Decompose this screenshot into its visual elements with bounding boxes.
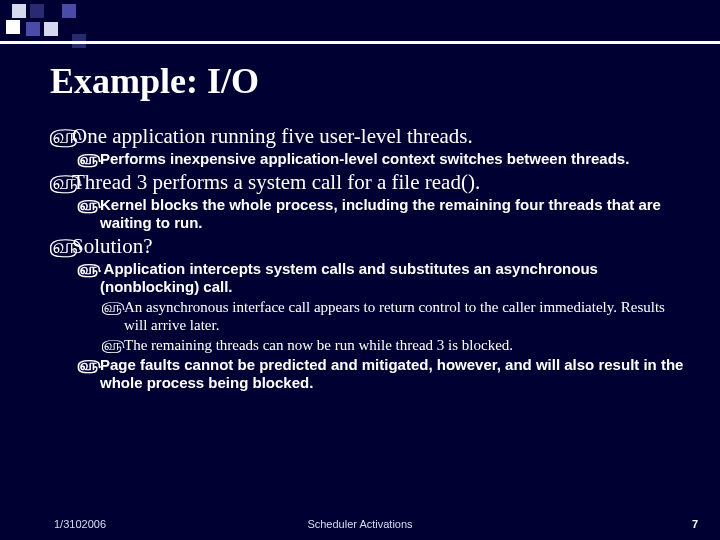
bullet-glyph: ௵ [102,336,124,354]
bullet-l2: ௵ Application intercepts system calls an… [50,260,690,296]
bullet-text: One application running five user-level … [72,124,473,148]
bullet-text: Thread 3 performs a system call for a fi… [72,170,480,194]
bullet-l1: ௵Solution? [50,234,690,258]
bullet-l2: ௵Kernel blocks the whole process, includ… [50,196,690,232]
bullet-text: Kernel blocks the whole process, includi… [100,196,661,231]
bullet-glyph: ௵ [78,150,100,168]
bullet-glyph: ௵ [78,196,100,214]
bullet-glyph: ௵ [78,260,100,278]
footer-page-number: 7 [692,518,698,530]
bullet-l3: ௵An asynchronous interface call appears … [50,298,690,334]
bullet-l2: ௵Performs inexpensive application-level … [50,150,690,168]
bullet-l2: ௵Page faults cannot be predicted and mit… [50,356,690,392]
slide-body: Example: I/O ௵One application running fi… [50,60,690,500]
bullet-text: Performs inexpensive application-level c… [100,150,629,167]
header-rule [0,41,720,44]
slide-title: Example: I/O [50,60,690,102]
bullet-glyph: ௵ [50,170,72,194]
bullet-glyph: ௵ [78,356,100,374]
bullet-text: Page faults cannot be predicted and miti… [100,356,683,391]
bullet-l3: ௵The remaining threads can now be run wh… [50,336,690,354]
bullet-glyph: ௵ [50,124,72,148]
bullet-l1: ௵One application running five user-level… [50,124,690,148]
bullet-text: Solution? [72,234,153,258]
bullet-glyph: ௵ [50,234,72,258]
bullet-glyph: ௵ [102,298,124,316]
bullet-text: The remaining threads can now be run whi… [124,337,513,353]
bullet-text: An asynchronous interface call appears t… [124,299,665,333]
bullet-text: Application intercepts system calls and … [100,260,598,295]
bullet-l1: ௵Thread 3 performs a system call for a f… [50,170,690,194]
footer-title: Scheduler Activations [0,518,720,530]
